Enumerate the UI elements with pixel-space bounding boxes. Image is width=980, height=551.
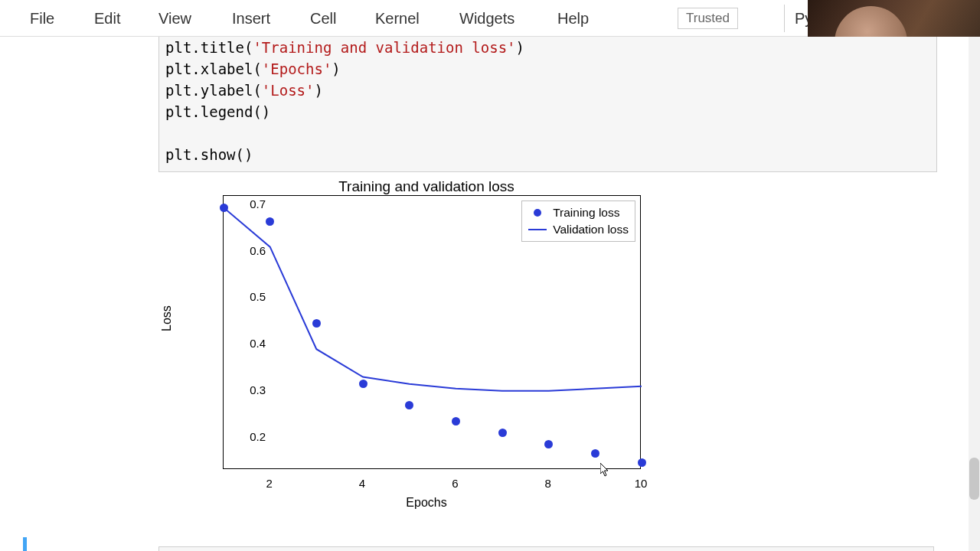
training-dot — [220, 204, 228, 212]
xtick-label: 2 — [258, 477, 281, 490]
code-cell[interactable]: plt.title('Training and validation loss'… — [158, 37, 937, 172]
ytick-label: 0.2 — [239, 431, 266, 443]
xtick-label: 8 — [537, 477, 560, 490]
code-token: plt.legend() — [165, 103, 270, 120]
code-token: 'Loss' — [262, 82, 315, 99]
code-token: plt.title( — [165, 39, 253, 56]
ylabel: Loss — [160, 319, 174, 331]
xlabel: Epochs — [158, 496, 694, 510]
legend-line-icon — [528, 229, 547, 230]
code-token: plt.xlabel( — [165, 60, 262, 77]
chart-title: Training and validation loss — [158, 178, 694, 195]
menu-file[interactable]: File — [30, 0, 54, 37]
code-token: plt.show() — [165, 146, 253, 163]
training-dot — [266, 217, 274, 226]
training-dot — [359, 380, 368, 388]
ytick-label: 0.4 — [239, 337, 266, 350]
menu-widgets[interactable]: Widgets — [459, 0, 514, 37]
ytick-label: 0.6 — [239, 245, 266, 257]
code-token: 'Training and validation loss' — [253, 39, 515, 56]
menu-view[interactable]: View — [158, 0, 191, 37]
notebook: plt.title('Training and validation loss'… — [0, 37, 980, 551]
training-dot — [498, 429, 507, 437]
scroll-thumb[interactable] — [969, 458, 979, 500]
code-token: ) — [332, 60, 340, 77]
scrollbar[interactable] — [969, 37, 980, 551]
code-token: 'Epochs' — [262, 60, 332, 77]
output-figure: Training and validation loss Training lo… — [158, 178, 694, 527]
legend-item-validation: Validation loss — [528, 221, 629, 238]
ytick-label: 0.7 — [239, 198, 266, 210]
xtick-label: 6 — [443, 477, 466, 490]
legend-label: Validation loss — [553, 223, 629, 236]
training-dot — [591, 449, 599, 458]
cell-select-bar — [23, 537, 27, 551]
ytick-label: 0.5 — [239, 291, 266, 303]
menu-edit[interactable]: Edit — [94, 0, 120, 37]
training-dot — [452, 417, 460, 425]
training-dot — [405, 401, 413, 409]
next-cell-input[interactable] — [158, 546, 934, 551]
menu-kernel[interactable]: Kernel — [375, 0, 420, 37]
training-dot — [638, 458, 646, 467]
code-text[interactable]: plt.title('Training and validation loss'… — [165, 37, 930, 165]
next-cell[interactable] — [23, 537, 951, 551]
code-token: plt.ylabel( — [165, 82, 262, 99]
legend: Training loss Validation loss — [521, 201, 635, 242]
menu-cell[interactable]: Cell — [310, 0, 336, 37]
menu-insert[interactable]: Insert — [232, 0, 270, 37]
legend-dot-icon — [528, 209, 547, 217]
code-token: ) — [314, 82, 322, 99]
legend-item-training: Training loss — [528, 204, 629, 221]
trusted-badge[interactable]: Trusted — [678, 8, 738, 29]
menu-help[interactable]: Help — [557, 0, 589, 37]
chart-axes: Training loss Validation loss — [223, 195, 641, 469]
legend-label: Training loss — [553, 206, 619, 220]
ytick-label: 0.3 — [239, 384, 266, 396]
kernel-separator — [784, 5, 785, 32]
code-token: ) — [516, 39, 524, 56]
xtick-label: 4 — [351, 477, 374, 490]
xtick-label: 10 — [629, 477, 652, 490]
